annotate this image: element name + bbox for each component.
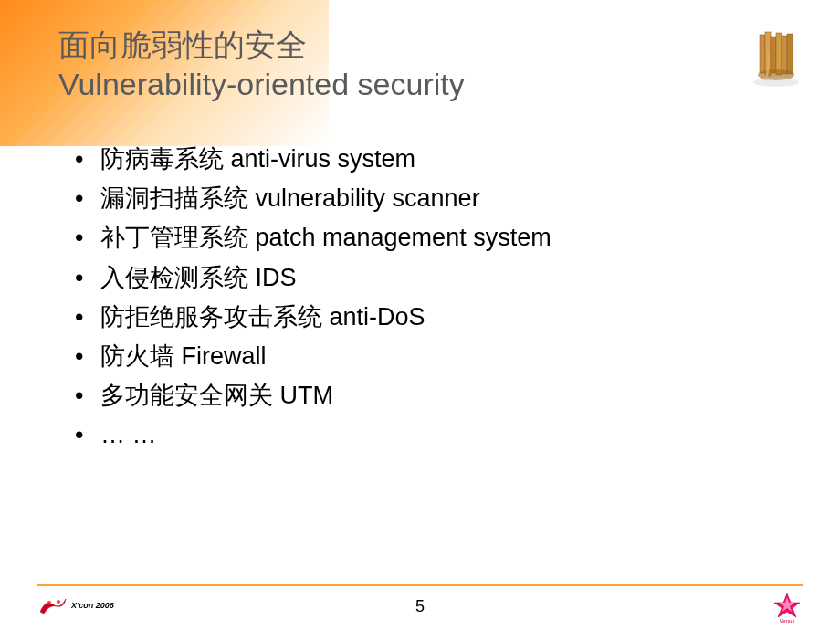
svg-rect-3 [776, 33, 782, 75]
xcon-logo: X'con 2006 [37, 592, 114, 619]
svg-rect-4 [782, 36, 787, 74]
list-item: … … [75, 415, 840, 455]
list-item: 漏洞扫描系统 vulnerability scanner [75, 179, 840, 218]
slide-header: 面向脆弱性的安全 Vulnerability-oriented security [0, 0, 840, 103]
svg-text:Venus: Venus [780, 618, 795, 624]
list-item: 防病毒系统 anti-virus system [75, 140, 840, 179]
svg-point-8 [47, 601, 51, 604]
title-english: Vulnerability-oriented security [58, 65, 840, 104]
svg-point-9 [57, 600, 60, 604]
footer-divider [37, 584, 803, 586]
svg-rect-5 [787, 34, 793, 74]
list-item: 补丁管理系统 patch management system [75, 218, 840, 257]
slide-content: 防病毒系统 anti-virus system 漏洞扫描系统 vulnerabi… [0, 103, 840, 456]
svg-rect-0 [760, 35, 765, 73]
slide-footer: 5 X'con 2006 Venus [0, 584, 840, 630]
list-item: 防火墙 Firewall [75, 337, 840, 376]
list-item: 多功能安全网关 UTM [75, 376, 840, 415]
list-item: 入侵检测系统 IDS [75, 258, 840, 298]
venus-logo: Venus [769, 590, 805, 628]
bullet-list: 防病毒系统 anti-virus system 漏洞扫描系统 vulnerabi… [75, 140, 840, 456]
page-number: 5 [415, 597, 425, 616]
title-chinese: 面向脆弱性的安全 [58, 26, 840, 65]
barrel-icon [740, 18, 813, 91]
svg-point-7 [753, 78, 799, 87]
list-item: 防拒绝服务攻击系统 anti-DoS [75, 298, 840, 337]
svg-rect-2 [771, 37, 776, 73]
xcon-text: X'con 2006 [71, 601, 114, 610]
